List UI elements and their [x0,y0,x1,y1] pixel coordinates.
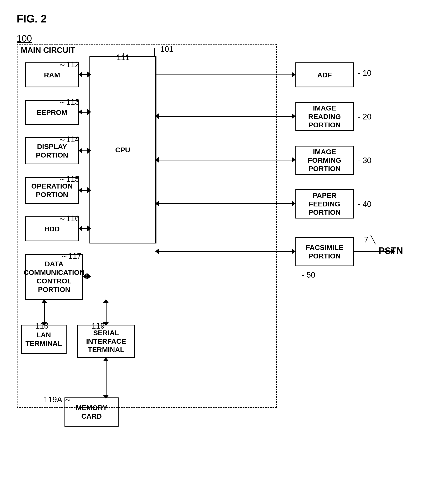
ram-ref: ～112 [58,59,79,70]
image-forming-ref: - 30 [358,156,371,165]
cpu-paperfeed-arrow-right [292,201,295,206]
memory-card-ref: 119A ～ [44,394,72,405]
ref-101: 101 [160,45,173,54]
adf-ref: - 10 [358,69,371,78]
datacomm-cpu-arrow-left [83,273,86,279]
serial-ref: 119 [92,322,105,330]
memory-card-box: MEMORY CARD [65,397,119,427]
display-cpu-arrow-left [79,148,82,154]
system-label: 100 [17,33,32,44]
image-reading-ref: - 20 [358,112,371,121]
facsimile-box: FACSIMILE PORTION [295,237,354,266]
cpu-label: CPU [115,146,130,154]
hdd-cpu-arrow-left [79,225,82,231]
pstn-ref7: 7 ╲ [364,235,375,244]
main-circuit-label: MAIN CIRCUIT [21,46,75,55]
serial-memcard-arrow-up [103,358,109,361]
serial-memcard-vline [106,358,107,398]
facsimile-ref: - 50 [302,270,315,280]
paper-feeding-box: PAPER FEEDING PORTION [295,189,354,219]
cpu-fax-hline [156,251,295,252]
operation-ref: ～115 [58,174,79,184]
lan-ref-vline [44,318,44,325]
datacomm-cpu-arrow-right [87,273,91,279]
ref-101-vline [154,48,155,56]
fax-pstn-hline [354,251,395,252]
display-cpu-arrow-right [87,148,91,154]
eeprom-cpu-arrow-right [87,109,91,115]
hdd-ref: ～116 [58,213,79,224]
cpu-imgread-hline [156,116,295,117]
datacomm-serial-arrow-up [103,299,109,303]
op-cpu-arrow-left [79,187,82,193]
cpu-adf-hline [156,74,295,75]
cpu-imgform-hline [156,160,295,160]
serial-memcard-arrow-down [103,395,109,399]
cpu-imgread-arrow-left [155,113,159,119]
diagram: FIG. 2 100 MAIN CIRCUIT CPU 111 RAM ～112… [13,13,428,491]
ram-cpu-arrow-right [87,71,91,77]
cpu-imgform-arrow-right [292,157,295,163]
cpu-right-bus-vline [156,56,156,243]
cpu-ref-line [123,53,124,57]
datacomm-lan-arrow-up [41,299,47,303]
cpu-box: CPU [89,56,156,243]
paper-feeding-ref: - 40 [358,200,371,209]
data-comm-ref: ～117 [60,251,81,261]
serial-ref-vline [106,318,107,325]
cpu-imgform-arrow-left [155,157,159,163]
cpu-imgread-arrow-right [292,113,295,119]
image-forming-box: IMAGE FORMING PORTION [295,146,354,175]
cpu-fax-arrow-left [155,249,159,254]
eeprom-cpu-arrow-left [79,109,82,115]
cpu-fax-arrow-right [292,249,295,254]
fig-label: FIG. 2 [17,13,47,25]
adf-box: ADF [295,62,354,87]
op-cpu-arrow-right [87,187,91,193]
serial-box: SERIAL INTERFACE TERMINAL [77,325,135,358]
pstn-label: PSTN [379,246,403,256]
ram-cpu-arrow-left [79,71,82,77]
hdd-cpu-arrow-right [87,225,91,231]
image-reading-box: IMAGE READING PORTION [295,102,354,131]
display-ref: ～114 [58,134,79,145]
cpu-paperfeed-arrow-left [155,201,159,206]
cpu-adf-arrow-right [292,72,295,78]
eeprom-ref: ～113 [58,97,79,107]
cpu-paperfeed-hline [156,203,295,204]
fax-pstn-arrow-right [391,249,395,254]
